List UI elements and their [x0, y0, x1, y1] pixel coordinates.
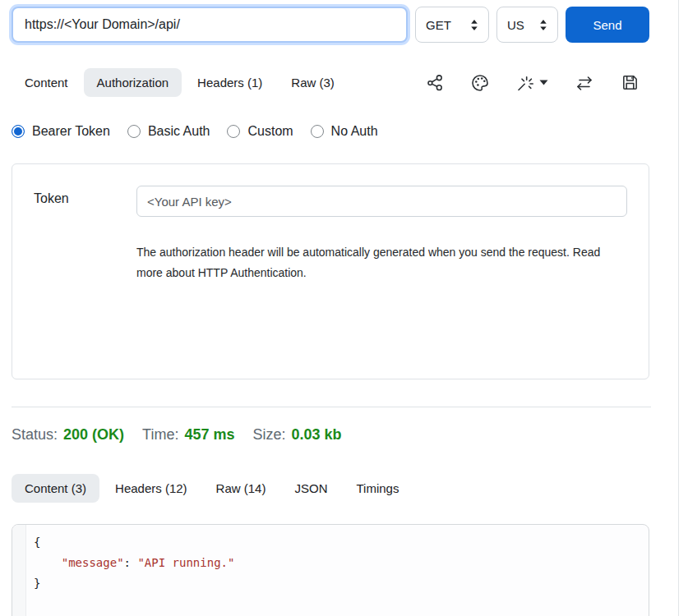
json-key: "message": [34, 556, 124, 569]
magic-wand-icon[interactable]: [515, 73, 548, 93]
auth-option-basic-auth[interactable]: Basic Auth: [127, 124, 210, 139]
tab-response-headers[interactable]: Headers (12): [102, 474, 201, 503]
region-select-value: US: [507, 18, 524, 32]
time-group: Time:457 ms: [142, 426, 234, 444]
tab-response-timings[interactable]: Timings: [343, 474, 412, 503]
tab-authorization[interactable]: Authorization: [84, 68, 182, 97]
tab-response-json[interactable]: JSON: [281, 474, 340, 503]
auth-option-label: No Auth: [331, 124, 378, 139]
radio-selected-icon[interactable]: [12, 125, 25, 138]
code-gutter: [12, 525, 26, 616]
auth-option-no-auth[interactable]: No Auth: [311, 124, 378, 139]
section-divider: [12, 407, 651, 407]
request-bar: GET US Send: [12, 7, 649, 43]
token-input[interactable]: [136, 186, 627, 217]
json-separator: :: [124, 556, 138, 569]
tab-raw[interactable]: Raw (3): [278, 68, 348, 97]
size-value: 0.03 kb: [292, 426, 342, 443]
scrollbar-track-edge: [678, 0, 679, 616]
auth-option-label: Custom: [247, 124, 293, 139]
tab-response-content[interactable]: Content (3): [12, 474, 99, 503]
auth-options: Bearer Token Basic Auth Custom No Auth: [12, 124, 649, 139]
radio-icon[interactable]: [227, 125, 240, 138]
method-select[interactable]: GET: [415, 7, 489, 43]
token-panel: Token The authorization header will be a…: [12, 163, 649, 379]
code-line: "message": "API running.": [34, 553, 234, 573]
radio-icon[interactable]: [311, 125, 324, 138]
status-label: Status:: [12, 426, 58, 443]
time-value: 457 ms: [184, 426, 234, 443]
url-input[interactable]: [12, 7, 408, 43]
save-icon[interactable]: [621, 73, 640, 92]
tab-content[interactable]: Content: [12, 68, 81, 97]
share-icon[interactable]: [426, 73, 445, 92]
transfer-arrows-icon[interactable]: [574, 74, 595, 92]
auth-option-label: Basic Auth: [148, 124, 210, 139]
auth-option-label: Bearer Token: [32, 124, 110, 139]
response-summary: Status:200 (OK) Time:457 ms Size:0.03 kb: [12, 426, 649, 444]
time-label: Time:: [142, 426, 178, 443]
updown-arrows-icon: [470, 19, 478, 31]
status-group: Status:200 (OK): [12, 426, 124, 444]
tab-response-raw[interactable]: Raw (14): [203, 474, 279, 503]
response-tabs-row: Content (3) Headers (12) Raw (14) JSON T…: [12, 474, 649, 503]
api-client-page: GET US Send Content Authorization Header…: [12, 7, 649, 616]
updown-arrows-icon: [539, 19, 547, 31]
send-button[interactable]: Send: [566, 7, 649, 43]
token-main: The authorization header will be automat…: [136, 186, 627, 283]
size-group: Size:0.03 kb: [252, 426, 341, 444]
code-line: {: [34, 532, 234, 553]
json-value: "API running.": [137, 556, 234, 569]
request-tabs-row: Content Authorization Headers (1) Raw (3…: [12, 68, 649, 97]
size-label: Size:: [252, 426, 285, 443]
palette-icon[interactable]: [470, 73, 490, 93]
response-json-code[interactable]: { "message": "API running." }: [26, 525, 234, 616]
auth-option-bearer-token[interactable]: Bearer Token: [12, 124, 110, 139]
token-label: Token: [34, 186, 136, 206]
region-select[interactable]: US: [496, 7, 558, 43]
chevron-down-icon: [539, 80, 548, 85]
radio-icon[interactable]: [127, 125, 141, 138]
code-line: }: [34, 573, 234, 594]
token-help-text: The authorization header will be automat…: [136, 242, 627, 283]
method-select-value: GET: [426, 18, 451, 32]
response-body-panel: { "message": "API running." }: [12, 524, 649, 616]
auth-option-custom[interactable]: Custom: [227, 124, 293, 139]
toolbar-icon-group: [426, 73, 649, 93]
status-value: 200 (OK): [63, 426, 124, 443]
tab-headers[interactable]: Headers (1): [184, 68, 275, 97]
